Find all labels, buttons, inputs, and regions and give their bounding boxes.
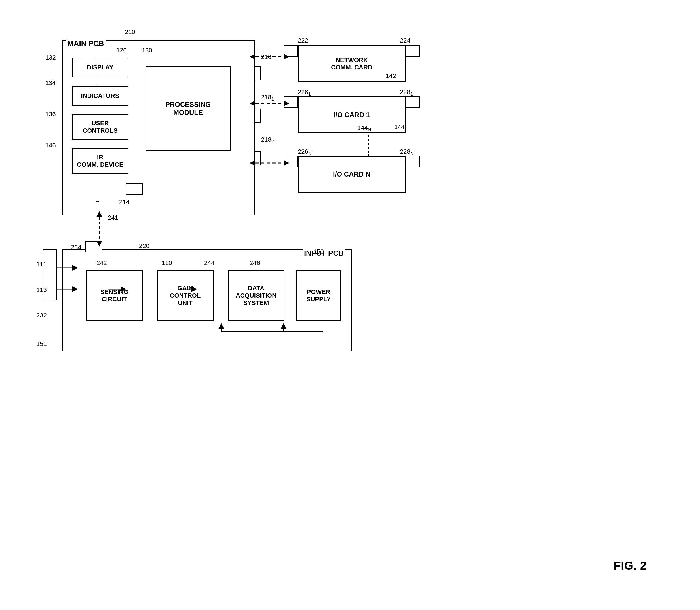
display-box: DISPLAY xyxy=(72,58,128,77)
ref-218-1: 2181 xyxy=(261,94,274,102)
power-supply-box: POWERSUPPLY xyxy=(296,270,341,321)
ref-136: 136 xyxy=(45,111,56,118)
ref-144-n: 144N xyxy=(357,124,371,132)
main-pcb-box: MAIN PCB DISPLAY INDICATORS USERCONTROLS… xyxy=(62,40,255,215)
ref-246: 246 xyxy=(250,259,260,267)
net-conn-left xyxy=(284,45,298,57)
ref-244: 244 xyxy=(204,259,215,267)
ref-241: 241 xyxy=(108,214,118,221)
network-card-label: NETWORKCOMM. CARD xyxy=(331,57,372,71)
net-conn-right xyxy=(406,45,420,57)
ref-110: 110 xyxy=(162,259,172,267)
ref-134: 134 xyxy=(45,79,56,87)
ir-comm-box: IRCOMM. DEVICE xyxy=(72,148,128,174)
connector-218-1 xyxy=(254,109,261,123)
gain-control-label: GAINCONTROLUNIT xyxy=(170,285,201,307)
io-card-n-label: I/O CARD N xyxy=(333,170,370,178)
io-card-n: I/O CARD N xyxy=(298,156,406,193)
indicators-box: INDICATORS xyxy=(72,86,128,106)
ir-comm-label: IRCOMM. DEVICE xyxy=(77,154,123,168)
io-card-1: I/O CARD 1 xyxy=(298,96,406,133)
ref-216: 216 xyxy=(261,53,271,61)
ref-150: 150 xyxy=(313,248,324,255)
ref-242: 242 xyxy=(96,259,107,267)
power-supply-label: POWERSUPPLY xyxy=(306,288,331,303)
connector-216 xyxy=(254,66,261,80)
ion-conn-left xyxy=(284,156,298,167)
data-acquisition-label: DATAACQUISITIONSYSTEM xyxy=(236,285,277,307)
main-pcb-label: MAIN PCB xyxy=(66,39,106,48)
indicators-label: INDICATORS xyxy=(81,92,120,99)
ref-132: 132 xyxy=(45,54,56,61)
ref-228-n: 228N xyxy=(400,148,414,156)
ref-146: 146 xyxy=(45,142,56,149)
user-controls-label: USERCONTROLS xyxy=(82,119,118,134)
ref-232: 232 xyxy=(36,312,47,319)
connector-214 xyxy=(126,183,143,195)
sensing-circuit-box: SENSINGCIRCUIT xyxy=(86,270,143,321)
ref-151: 151 xyxy=(36,340,47,348)
gain-control-box: GAINCONTROLUNIT xyxy=(157,270,214,321)
ref-214: 214 xyxy=(119,198,130,206)
data-acquisition-box: DATAACQUISITIONSYSTEM xyxy=(228,270,284,321)
sensing-circuit-label: SENSINGCIRCUIT xyxy=(100,288,128,303)
ref-226-n: 226N xyxy=(298,148,311,156)
io1-conn-left xyxy=(284,96,298,108)
fig-label: FIG. 2 xyxy=(613,559,647,573)
ref-144-1: 1441 xyxy=(394,123,407,131)
processing-module-label: PROCESSINGMODULE xyxy=(165,101,211,116)
ref-234: 234 xyxy=(71,244,81,251)
input-pcb-label: INPUT PCB xyxy=(302,249,345,258)
io-card-1-label: I/O CARD 1 xyxy=(333,111,370,119)
ref-218-2: 2182 xyxy=(261,136,274,144)
display-label: DISPLAY xyxy=(87,64,113,71)
ref-228-1: 2281 xyxy=(400,89,413,97)
ref-120: 120 xyxy=(116,47,127,54)
ref-142: 142 xyxy=(386,72,396,80)
connector-218-2 xyxy=(254,151,261,165)
ref-222: 222 xyxy=(298,37,308,44)
user-controls-box: USERCONTROLS xyxy=(72,114,128,140)
ref-220: 220 xyxy=(139,242,150,250)
ref-111: 111 xyxy=(36,261,47,268)
processing-module-box: PROCESSINGMODULE xyxy=(145,66,231,151)
ref-224: 224 xyxy=(400,37,410,44)
ion-conn-right xyxy=(406,156,420,167)
io1-conn-right xyxy=(406,96,420,108)
ref-130: 130 xyxy=(142,47,152,54)
conn-input-top xyxy=(85,241,102,252)
ref-113: 113 xyxy=(36,286,47,294)
ref-226-1: 2261 xyxy=(298,89,311,97)
ref-210: 210 xyxy=(125,28,135,36)
